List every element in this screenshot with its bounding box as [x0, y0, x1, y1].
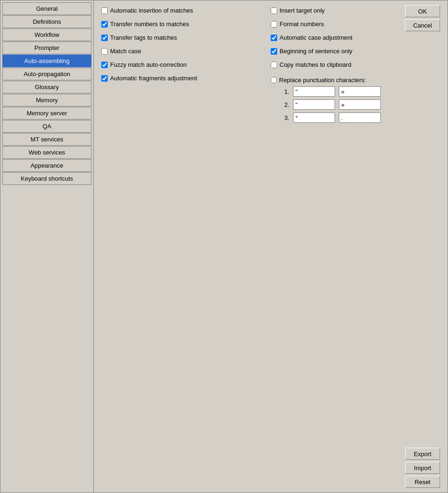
label-copy-clipboard: Copy matches to clipboard — [280, 61, 351, 68]
checkbox-transfer-numbers[interactable] — [101, 21, 108, 28]
checkbox-item-auto-fragments: Automatic fragments adjustment — [101, 73, 271, 84]
punct-row-1: 1. — [280, 86, 440, 97]
sidebar-item-web-services[interactable]: Web services — [2, 146, 91, 159]
ok-button[interactable]: OK — [405, 5, 440, 17]
punct-row-3: 3. — [280, 113, 440, 123]
checkbox-insert-target-only[interactable] — [271, 7, 277, 14]
label-replace-punct: Replace punctuation characters: — [279, 77, 366, 84]
checkbox-auto-case[interactable] — [271, 35, 277, 41]
top-buttons: OK Cancel — [405, 5, 440, 31]
left-column: Automatic insertion of matchesTransfer n… — [101, 5, 271, 123]
bottom-buttons: Export Import Reset — [405, 448, 440, 488]
punct-num-1: 1. — [280, 88, 289, 95]
sidebar-item-qa[interactable]: QA — [2, 120, 91, 133]
checkbox-item-auto-case: Automatic case adjustment — [271, 32, 440, 43]
sidebar-item-memory-server[interactable]: Memory server — [2, 107, 91, 120]
punct-from-1[interactable] — [293, 86, 335, 97]
checkbox-format-numbers[interactable] — [271, 21, 277, 28]
checkbox-item-copy-clipboard: Copy matches to clipboard — [271, 59, 440, 70]
punct-to-1[interactable] — [339, 86, 381, 97]
punct-row-2: 2. — [280, 99, 440, 110]
sidebar-item-prompter[interactable]: Prompter — [2, 42, 91, 54]
label-insert-target-only: Insert target only — [280, 7, 325, 14]
options-area: Automatic insertion of matchesTransfer n… — [101, 5, 440, 123]
sidebar-item-workflow[interactable]: Workflow — [2, 28, 91, 41]
sidebar: GeneralDefinitionsWorkflowPrompterAuto-a… — [0, 0, 94, 493]
checkbox-replace-punct[interactable] — [271, 77, 277, 83]
sidebar-item-appearance[interactable]: Appearance — [2, 159, 91, 172]
reset-button[interactable]: Reset — [405, 476, 440, 488]
sidebar-item-general[interactable]: General — [2, 2, 91, 15]
label-format-numbers: Format numbers — [280, 21, 324, 28]
checkbox-item-transfer-numbers: Transfer numbers to matches — [101, 19, 271, 29]
punct-to-2[interactable] — [339, 99, 381, 110]
checkbox-auto-fragments[interactable] — [101, 75, 108, 82]
label-transfer-numbers: Transfer numbers to matches — [110, 21, 189, 28]
sidebar-item-auto-assembling[interactable]: Auto-assembling — [2, 55, 91, 67]
punct-from-3[interactable] — [293, 113, 335, 123]
sidebar-item-definitions[interactable]: Definitions — [2, 15, 91, 28]
label-beginning-sentence: Beginning of sentence only — [280, 48, 352, 55]
label-transfer-tags: Transfer tags to matches — [110, 34, 177, 41]
label-match-case: Match case — [110, 48, 141, 55]
punct-num-2: 2. — [280, 101, 289, 108]
sidebar-item-glossary[interactable]: Glossary — [2, 81, 91, 93]
sidebar-item-mt-services[interactable]: MT services — [2, 133, 91, 146]
sidebar-item-memory[interactable]: Memory — [2, 94, 91, 106]
import-button[interactable]: Import — [405, 462, 440, 474]
checkbox-item-match-case: Match case — [101, 46, 271, 56]
main-content: OK Cancel Automatic insertion of matches… — [94, 0, 448, 493]
cancel-button[interactable]: Cancel — [405, 19, 440, 31]
label-auto-fragments: Automatic fragments adjustment — [110, 75, 197, 82]
replace-punct-header: Replace punctuation characters: — [271, 77, 440, 84]
checkbox-item-auto-insert: Automatic insertion of matches — [101, 5, 271, 16]
sidebar-item-keyboard-shortcuts[interactable]: Keyboard shortcuts — [2, 172, 91, 185]
checkbox-copy-clipboard[interactable] — [271, 62, 277, 68]
checkbox-match-case[interactable] — [101, 48, 108, 55]
checkbox-item-fuzzy-correction: Fuzzy match auto-correction — [101, 59, 271, 70]
label-auto-insert: Automatic insertion of matches — [110, 7, 193, 14]
punct-from-2[interactable] — [293, 99, 335, 110]
checkbox-transfer-tags[interactable] — [101, 35, 108, 41]
label-auto-case: Automatic case adjustment — [280, 34, 352, 41]
checkbox-item-transfer-tags: Transfer tags to matches — [101, 32, 271, 43]
punct-to-3[interactable] — [339, 113, 381, 123]
punct-num-3: 3. — [280, 114, 289, 121]
label-fuzzy-correction: Fuzzy match auto-correction — [110, 61, 187, 68]
checkbox-item-beginning-sentence: Beginning of sentence only — [271, 46, 440, 56]
checkbox-beginning-sentence[interactable] — [271, 48, 277, 55]
checkbox-fuzzy-correction[interactable] — [101, 62, 108, 68]
sidebar-item-auto-propagation[interactable]: Auto-propagation — [2, 68, 91, 80]
checkbox-auto-insert[interactable] — [101, 7, 108, 14]
punctuation-section: Replace punctuation characters:1.2.3. — [271, 77, 440, 123]
export-button[interactable]: Export — [405, 448, 440, 460]
